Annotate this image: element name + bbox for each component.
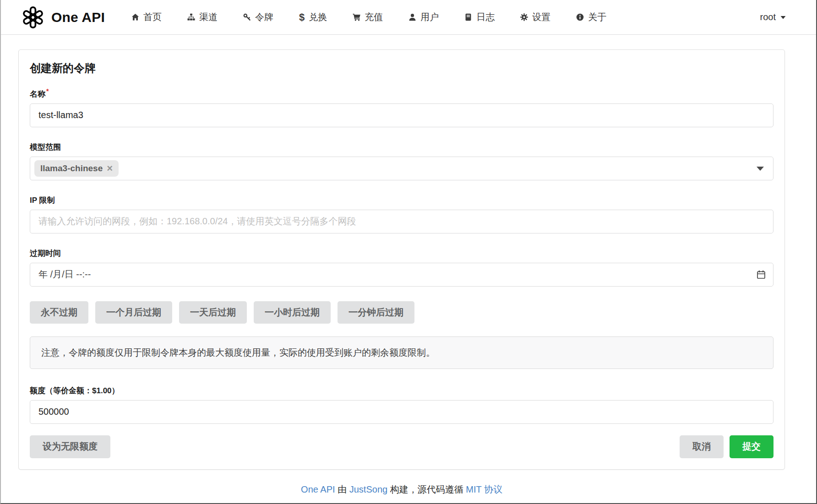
nav-item-label: 日志 (476, 11, 495, 23)
log-icon (464, 13, 472, 21)
nav-item-users[interactable]: 用户 (396, 0, 452, 35)
quota-field-group: 额度（等价金额：$1.00） (30, 385, 773, 424)
user-name: root (760, 12, 776, 22)
nav-item-logs[interactable]: 日志 (452, 0, 507, 35)
footer-text: 构建，源代码遵循 (387, 484, 466, 494)
name-input[interactable] (30, 103, 773, 127)
cart-icon (353, 13, 360, 21)
dollar-icon: $ (299, 12, 305, 22)
nav-item-settings[interactable]: 设置 (507, 0, 563, 35)
nav-item-channels[interactable]: 渠道 (174, 0, 230, 35)
submit-button[interactable]: 提交 (730, 435, 773, 458)
key-icon (243, 13, 251, 21)
expire-one-day-button[interactable]: 一天后过期 (179, 301, 247, 324)
unlimited-quota-button[interactable]: 设为无限额度 (30, 435, 110, 458)
brand-name: One API (51, 10, 105, 25)
footer: One API 由 JustSong 构建，源代码遵循 MIT 协议 (18, 483, 785, 496)
nav-item-label: 渠道 (199, 11, 218, 23)
expire-label: 过期时间 (30, 248, 773, 259)
ip-input[interactable] (30, 210, 773, 233)
nav-item-label: 首页 (143, 11, 162, 23)
footer-link-justsong[interactable]: JustSong (349, 484, 387, 494)
expire-one-minute-button[interactable]: 一分钟后过期 (338, 301, 414, 324)
expire-one-month-button[interactable]: 一个月后过期 (95, 301, 172, 324)
models-select[interactable]: llama3-chinese × (30, 157, 773, 180)
create-token-card: 创建新的令牌 名称* 模型范围 llama3-chinese × (18, 49, 785, 470)
dropdown-caret-icon (757, 167, 764, 171)
nav-item-tokens[interactable]: 令牌 (230, 0, 286, 35)
ip-field-group: IP 限制 (30, 195, 773, 233)
brand[interactable]: One API (21, 5, 105, 29)
user-menu[interactable]: root (760, 12, 786, 22)
app-window: One API 首页 渠道 (0, 0, 817, 504)
footer-link-mit[interactable]: MIT 协议 (466, 484, 502, 494)
nav-item-label: 设置 (532, 11, 550, 23)
tag-remove-icon[interactable]: × (107, 163, 113, 173)
quota-label: 额度（等价金额：$1.00） (30, 385, 773, 396)
expire-field-group: 过期时间 年 /月/日 --:-- (30, 248, 773, 287)
nav-item-label: 用户 (420, 11, 439, 23)
ip-label: IP 限制 (30, 195, 773, 206)
nav-item-label: 令牌 (255, 11, 273, 23)
expiry-quick-buttons: 永不过期 一个月后过期 一天后过期 一小时后过期 一分钟后过期 (30, 301, 773, 324)
sitemap-icon (187, 13, 195, 21)
required-asterisk: * (46, 87, 49, 95)
never-expire-button[interactable]: 永不过期 (30, 301, 88, 324)
cancel-button[interactable]: 取消 (680, 435, 724, 458)
nav-item-home[interactable]: 首页 (119, 0, 174, 35)
model-tag-label: llama3-chinese (40, 163, 103, 173)
nav-item-topup[interactable]: 充值 (340, 0, 396, 35)
nav-item-about[interactable]: 关于 (563, 0, 619, 35)
chevron-down-icon (780, 16, 786, 19)
gear-icon (520, 13, 528, 21)
main-content: 创建新的令牌 名称* 模型范围 llama3-chinese × (1, 35, 816, 496)
model-tag: llama3-chinese × (34, 160, 119, 177)
quota-input[interactable] (30, 400, 773, 424)
expire-datetime-value: 年 /月/日 --:-- (38, 268, 91, 281)
quota-notice: 注意，令牌的额度仅用于限制令牌本身的最大额度使用量，实际的使用受到账户的剩余额度… (30, 336, 773, 369)
top-navbar: One API 首页 渠道 (1, 0, 816, 35)
nav-menu: 首页 渠道 令牌 $ (119, 0, 619, 35)
expire-datetime-input[interactable]: 年 /月/日 --:-- (30, 263, 773, 287)
expire-one-hour-button[interactable]: 一小时后过期 (254, 301, 331, 324)
openai-logo-icon (21, 5, 45, 29)
page-title: 创建新的令牌 (30, 61, 773, 76)
user-icon (408, 13, 416, 21)
form-actions: 设为无限额度 取消 提交 (30, 435, 773, 458)
info-icon (576, 13, 584, 21)
models-field-group: 模型范围 llama3-chinese × (30, 142, 773, 180)
nav-item-redeem[interactable]: $ 兑换 (286, 0, 340, 35)
calendar-icon[interactable] (757, 270, 766, 279)
submit-actions: 取消 提交 (680, 435, 773, 458)
nav-item-label: 充值 (365, 11, 383, 23)
name-field-group: 名称* (30, 87, 773, 127)
nav-item-label: 关于 (588, 11, 606, 23)
footer-link-oneapi[interactable]: One API (301, 484, 335, 494)
models-label: 模型范围 (30, 142, 773, 152)
name-label: 名称* (30, 87, 773, 99)
footer-text: 由 (335, 484, 349, 494)
home-icon (131, 13, 139, 21)
nav-item-label: 兑换 (309, 11, 327, 23)
